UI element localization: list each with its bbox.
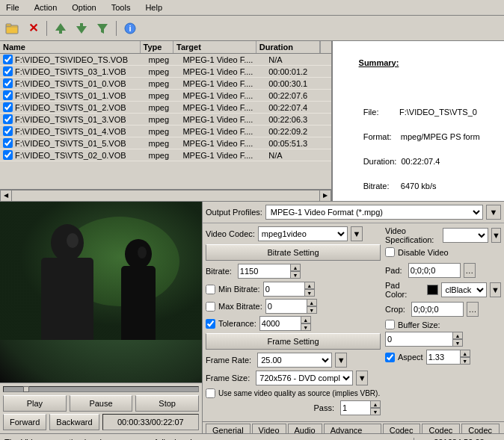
filter-button[interactable] [93, 19, 111, 37]
row-checkbox[interactable] [3, 114, 13, 124]
pad-input[interactable] [408, 263, 461, 278]
col-header-target[interactable]: Target [173, 41, 256, 53]
move-up-button[interactable] [52, 19, 70, 37]
pad-btn[interactable]: … [464, 263, 476, 278]
framesize-dropdown[interactable]: ▼ [356, 371, 368, 385]
crop-input[interactable] [411, 302, 464, 317]
frame-section-btn[interactable]: Frame Setting [206, 333, 381, 350]
tab-generial[interactable]: Generial [206, 424, 251, 433]
play-button[interactable]: Play [3, 395, 67, 412]
bitrate-input[interactable] [238, 264, 290, 279]
tolerance-input[interactable] [259, 316, 301, 331]
same-quality-checkbox[interactable] [206, 388, 215, 398]
seek-bar[interactable] [3, 386, 199, 392]
aspect-input[interactable] [426, 350, 460, 365]
max-bitrate-checkbox[interactable] [206, 302, 215, 312]
scroll-left-btn[interactable]: ◀ [0, 190, 12, 202]
row-checkbox[interactable] [3, 150, 13, 160]
info-button[interactable]: i [121, 19, 139, 37]
min-bitrate-checkbox[interactable] [206, 285, 215, 294]
max-bitrate-down[interactable]: ▼ [307, 306, 317, 314]
row-checkbox[interactable] [3, 55, 13, 64]
pause-button[interactable]: Pause [70, 395, 133, 412]
row-checkbox[interactable] [3, 138, 13, 148]
aspect-up[interactable]: ▲ [460, 350, 470, 357]
table-row[interactable]: F:\VIDEO_TS\VIDEO_TS.VOB mpeg MPEG-1 Vid… [0, 54, 331, 66]
table-row[interactable]: F:\VIDEO_TS\VTS_01_5.VOB mpeg MPEG-1 Vid… [0, 137, 331, 149]
min-bitrate-input[interactable] [263, 282, 304, 297]
max-bitrate-up[interactable]: ▲ [307, 299, 317, 306]
pass-down[interactable]: ▼ [370, 408, 381, 415]
horizontal-scrollbar[interactable]: ◀ ▶ [0, 189, 331, 201]
video-spec-dropdown[interactable]: ▼ [491, 228, 501, 243]
table-row[interactable]: F:\VIDEO_TS\VTS_01_1.VOB mpeg MPEG-1 Vid… [0, 90, 331, 102]
tab-codec3[interactable]: Codec 3 [461, 424, 500, 433]
aspect-checkbox[interactable] [385, 353, 395, 362]
summary-scroll[interactable]: Summary: File: F:\VIDEO_TS\VTS_0 Format:… [333, 41, 504, 201]
min-bitrate-up[interactable]: ▲ [304, 282, 315, 289]
menu-action[interactable]: Action [31, 1, 61, 13]
framerate-dropdown[interactable]: ▼ [335, 353, 347, 368]
tolerance-checkbox[interactable] [206, 319, 215, 329]
buffer-size-checkbox[interactable] [385, 320, 395, 329]
table-row[interactable]: F:\VIDEO_TS\VTS_01_2.VOB mpeg MPEG-1 Vid… [0, 102, 331, 114]
bitrate-down[interactable]: ▼ [290, 271, 301, 279]
table-row[interactable]: F:\VIDEO_TS\VTS_01_3.VOB mpeg MPEG-1 Vid… [0, 114, 331, 126]
table-row[interactable]: F:\VIDEO_TS\VTS_01_4.VOB mpeg MPEG-1 Vid… [0, 126, 331, 137]
disable-video-checkbox[interactable] [385, 247, 395, 257]
framesize-select[interactable]: 720x576 - DVD compli... [256, 371, 353, 385]
output-profiles-btn[interactable]: ▼ [486, 205, 501, 220]
menu-tools[interactable]: Tools [108, 1, 134, 13]
tolerance-down[interactable]: ▼ [301, 323, 311, 331]
buffer-size-up[interactable]: ▲ [452, 332, 463, 339]
pass-input[interactable] [340, 400, 370, 415]
table-row[interactable]: F:\VIDEO_TS\VTS_01_0.VOB mpeg MPEG-1 Vid… [0, 78, 331, 90]
pad-color-select[interactable]: clBlack [441, 282, 487, 297]
file-rows-scroll[interactable]: F:\VIDEO_TS\VIDEO_TS.VOB mpeg MPEG-1 Vid… [0, 54, 331, 189]
seek-thumb[interactable] [23, 386, 29, 392]
col-header-type[interactable]: Type [141, 41, 174, 53]
tab-advance-video[interactable]: Advance Video [324, 424, 381, 433]
tolerance-up[interactable]: ▲ [301, 316, 311, 323]
delete-button[interactable]: ✕ [24, 19, 42, 37]
scroll-track[interactable] [12, 190, 319, 202]
row-checkbox[interactable] [3, 78, 13, 88]
tab-video[interactable]: Video [252, 424, 286, 433]
row-checkbox[interactable] [3, 66, 13, 76]
open-button[interactable] [3, 19, 21, 37]
row-checkbox[interactable] [3, 126, 13, 136]
video-codec-dropdown[interactable]: ▼ [351, 226, 363, 241]
col-header-duration[interactable]: Duration [256, 41, 320, 53]
table-row[interactable]: F:\VIDEO_TS\VTS_02_0.VOB mpeg MPEG-1 Vid… [0, 149, 331, 161]
framerate-select[interactable]: 25.00 [257, 353, 332, 368]
menu-option[interactable]: Option [69, 1, 99, 13]
max-bitrate-input[interactable] [265, 299, 307, 314]
tab-audio[interactable]: Audio [288, 424, 322, 433]
forward-button[interactable]: Forward [3, 414, 46, 430]
output-profiles-select[interactable]: MPEG-1 Video Format (*.mpg) [265, 205, 483, 220]
move-down-button[interactable] [73, 19, 90, 37]
row-checkbox[interactable] [3, 90, 13, 100]
scroll-right-btn[interactable]: ▶ [319, 190, 331, 202]
row-checkbox[interactable] [3, 102, 13, 112]
video-spec-select[interactable] [443, 228, 488, 243]
aspect-down[interactable]: ▼ [460, 357, 470, 365]
bitrate-up[interactable]: ▲ [290, 264, 301, 271]
backward-button[interactable]: Backward [49, 414, 99, 430]
menu-help[interactable]: Help [142, 1, 165, 13]
tab-codec2[interactable]: Codec 2 [422, 424, 460, 433]
pass-up[interactable]: ▲ [370, 400, 381, 408]
bitrate-section-btn[interactable]: Bitrate Setting [206, 244, 381, 261]
menu-file[interactable]: File [3, 1, 22, 13]
video-codec-select[interactable]: mpeg1video [258, 226, 348, 241]
stop-button[interactable]: Stop [135, 395, 199, 412]
table-row[interactable]: F:\VIDEO_TS\VTS_03_1.VOB mpeg MPEG-1 Vid… [0, 66, 331, 78]
summary-content: Summary: File: F:\VIDEO_TS\VTS_0 Format:… [333, 41, 504, 201]
col-header-name[interactable]: Name [0, 41, 141, 53]
buffer-size-input[interactable] [385, 332, 452, 347]
min-bitrate-down[interactable]: ▼ [304, 289, 315, 297]
buffer-size-down[interactable]: ▼ [452, 339, 463, 347]
crop-btn[interactable]: … [467, 302, 479, 317]
tab-codec1[interactable]: Codec 1 [383, 424, 421, 433]
pad-color-dropdown[interactable]: ▼ [490, 282, 501, 297]
